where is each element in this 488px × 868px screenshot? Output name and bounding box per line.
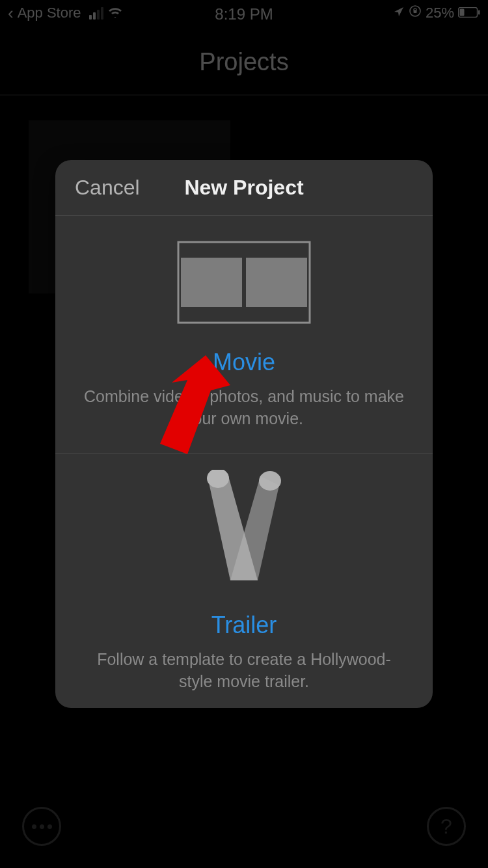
svg-rect-9 [193, 245, 199, 254]
svg-rect-26 [245, 311, 251, 320]
spotlights-icon [182, 470, 306, 590]
option-movie-title: Movie [213, 349, 275, 376]
svg-rect-6 [181, 258, 242, 307]
svg-rect-20 [182, 311, 189, 320]
svg-rect-15 [255, 245, 262, 254]
svg-rect-8 [182, 245, 189, 254]
filmstrip-icon [177, 241, 311, 327]
svg-rect-21 [193, 311, 199, 320]
svg-rect-22 [203, 311, 210, 320]
svg-rect-11 [213, 245, 220, 254]
svg-rect-30 [286, 311, 293, 320]
svg-rect-17 [276, 245, 282, 254]
option-movie-desc: Combine videos, photos, and music to mak… [84, 385, 404, 429]
sheet-header: Cancel New Project [55, 160, 433, 216]
svg-rect-18 [286, 245, 293, 254]
svg-rect-27 [255, 311, 262, 320]
svg-rect-7 [246, 258, 307, 307]
svg-rect-12 [224, 245, 230, 254]
svg-rect-31 [297, 311, 303, 320]
new-project-sheet: Cancel New Project [55, 160, 433, 708]
option-movie[interactable]: Movie Combine videos, photos, and music … [55, 216, 433, 454]
svg-rect-13 [234, 245, 241, 254]
svg-rect-23 [213, 311, 220, 320]
svg-rect-28 [265, 311, 272, 320]
option-trailer[interactable]: Trailer Follow a template to create a Ho… [55, 454, 433, 708]
cancel-button[interactable]: Cancel [55, 176, 140, 200]
svg-rect-29 [276, 311, 282, 320]
svg-rect-24 [224, 311, 230, 320]
svg-rect-25 [234, 311, 241, 320]
svg-rect-19 [297, 245, 303, 254]
svg-point-35 [259, 471, 281, 491]
svg-rect-14 [245, 245, 251, 254]
svg-rect-10 [203, 245, 210, 254]
option-trailer-title: Trailer [211, 612, 277, 639]
sheet-title: New Project [184, 176, 303, 200]
svg-rect-16 [265, 245, 272, 254]
option-trailer-desc: Follow a template to create a Hollywood-… [84, 648, 404, 692]
